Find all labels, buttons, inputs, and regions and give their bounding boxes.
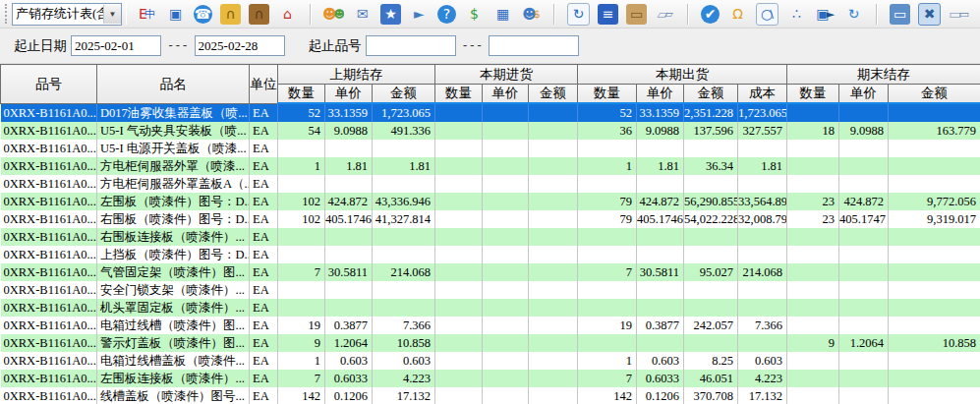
- cell-value: [325, 140, 373, 157]
- group-header-period-shipments[interactable]: 本期出货: [578, 65, 787, 85]
- table-body: 0XRX-B1161A0...D017油雾收集器盖板（喷...EA5233.13…: [1, 103, 980, 404]
- cell-value: 0.3877: [325, 317, 373, 334]
- cell-value: [373, 299, 435, 317]
- cell-value: [435, 122, 483, 140]
- users-icon[interactable]: ☻☻: [323, 4, 344, 25]
- ok-icon[interactable]: ✔: [701, 5, 720, 24]
- col-header-end-amount[interactable]: 金额: [889, 85, 980, 104]
- table-row[interactable]: 0XRX-B1161A0...电箱过线槽（喷漆件）图...EA190.38777…: [1, 317, 980, 334]
- table-row[interactable]: 0XRX-B1161A0...D017油雾收集器盖板（喷...EA5233.13…: [1, 103, 980, 122]
- cell-value: [373, 281, 435, 299]
- cell-value: [889, 175, 980, 193]
- col-header-code[interactable]: 品号: [1, 65, 97, 104]
- cell-value: [373, 246, 435, 263]
- cell-value: 2,351.228: [684, 103, 738, 122]
- col-header-end-qty[interactable]: 数量: [787, 85, 839, 104]
- cell-value: 405.1746: [325, 210, 373, 228]
- cascade-windows-icon[interactable]: ▭▭: [949, 4, 969, 25]
- sitemap-icon[interactable]: ∴: [786, 4, 807, 25]
- table-row[interactable]: 0XRX-B1161A0...左围板连接板（喷漆件）...EA70.60334.…: [1, 370, 980, 387]
- cell-value: 1: [578, 352, 637, 370]
- table-row[interactable]: 0XRX-B1161A0...安全门锁支架（喷漆件）...EA: [1, 281, 980, 299]
- table-row[interactable]: 0XRX-B1161A0...方电柜伺服器外罩盖板A（...EA: [1, 175, 980, 193]
- cell-value: [787, 157, 839, 175]
- table-row[interactable]: 0XRX-B1161A0...方电柜伺服器外罩（喷漆...EA11.811.81…: [1, 157, 980, 175]
- toolbar-grip[interactable]: [5, 4, 7, 24]
- cell-value: 370.708: [684, 387, 738, 404]
- user-dollar-icon[interactable]: ☻$: [521, 4, 542, 25]
- col-header-in-qty[interactable]: 数量: [435, 85, 483, 104]
- col-header-out-qty[interactable]: 数量: [578, 85, 637, 104]
- table-row[interactable]: 0XRX-B1161A0...U5-I 气动夹具安装板（喷...EA549.09…: [1, 122, 980, 140]
- chevron-down-icon[interactable]: ▼: [103, 5, 121, 24]
- col-header-name[interactable]: 品名: [97, 65, 250, 104]
- refresh-icon[interactable]: ↻: [843, 4, 864, 25]
- cell-code: 0XRX-B1161A0...: [1, 193, 97, 210]
- table-row[interactable]: 0XRX-B1161A0...电箱过线槽盖板（喷漆件...EA10.6030.6…: [1, 352, 980, 370]
- table-row[interactable]: 0XRX-B1161A0...气管固定架（喷漆件）图...EA730.58112…: [1, 263, 980, 281]
- report-type-select[interactable]: 产销存统计表(含 ▼: [12, 3, 122, 26]
- screen-cursor-icon[interactable]: ▣►: [815, 4, 836, 25]
- cell-value: 9.0988: [839, 122, 889, 140]
- table-row[interactable]: 0XRX-B1161A0...机头罩固定板（喷漆件）...EA: [1, 299, 980, 317]
- col-header-end-price[interactable]: 单价: [839, 85, 889, 104]
- cell-value: [435, 317, 483, 334]
- report-icon[interactable]: ≡: [598, 4, 618, 25]
- col-header-in-price[interactable]: 单价: [483, 85, 529, 104]
- cell-value: [787, 263, 839, 281]
- window-icon[interactable]: ▭: [890, 4, 910, 25]
- phone-icon[interactable]: ☎: [194, 5, 212, 24]
- cell-name: 方电柜伺服器外罩盖板A（...: [97, 175, 250, 193]
- item-from-input[interactable]: [366, 35, 456, 56]
- col-header-out-cost[interactable]: 成本: [738, 85, 787, 104]
- table-row[interactable]: 0XRX-B1161A0...右围板连接板（喷漆件）...EA: [1, 228, 980, 246]
- language-switch-icon[interactable]: E中: [137, 4, 157, 25]
- date-to-input[interactable]: [195, 35, 285, 56]
- help-icon[interactable]: ?: [437, 5, 456, 24]
- home-icon[interactable]: ⌂: [277, 4, 298, 25]
- col-header-unit[interactable]: 单位: [250, 65, 278, 104]
- close-icon[interactable]: ✖: [918, 3, 941, 26]
- copy-icon[interactable]: ▱▱: [655, 4, 675, 25]
- col-header-prev-price[interactable]: 单价: [325, 85, 373, 104]
- cell-value: 8.25: [684, 352, 738, 370]
- item-to-input[interactable]: [489, 35, 579, 56]
- cell-name: U5-I 气动夹具安装板（喷...: [97, 122, 250, 140]
- report-refresh-icon[interactable]: ↻: [567, 3, 590, 26]
- date-from-input[interactable]: [71, 35, 161, 56]
- cell-value: 214.068: [373, 263, 435, 281]
- table-row[interactable]: 0XRX-B1161A0...右围板（喷漆件）图号：D...EA102405.1…: [1, 210, 980, 228]
- cell-value: [889, 157, 980, 175]
- col-header-out-amount[interactable]: 金额: [684, 85, 738, 104]
- table-row[interactable]: 0XRX-B1161A0...U5-I 电源开关盖板（喷漆...EA: [1, 140, 980, 157]
- notebook-star-icon[interactable]: ★: [380, 4, 401, 25]
- group-header-prev-balance[interactable]: 上期结存: [278, 65, 435, 85]
- dollar-icon[interactable]: $: [464, 4, 485, 25]
- mail-icon[interactable]: ✉: [352, 4, 373, 25]
- cell-value: [787, 228, 839, 246]
- bell-icon[interactable]: Ω: [727, 4, 748, 25]
- cell-value: 424.872: [637, 193, 684, 210]
- col-header-prev-qty[interactable]: 数量: [278, 85, 325, 104]
- preview-icon[interactable]: ○\: [756, 3, 778, 26]
- archive-box-icon[interactable]: ▭: [626, 4, 647, 25]
- table-row[interactable]: 0XRX-B1161A0...警示灯盖板（喷漆件）图...EA91.206410…: [1, 334, 980, 352]
- col-header-prev-amount[interactable]: 金额: [373, 85, 435, 104]
- lock-key-icon[interactable]: ∩: [220, 4, 241, 25]
- table-row[interactable]: 0XRX-B1161A0...左围板（喷漆件）图号：D...EA102424.8…: [1, 193, 980, 210]
- col-header-in-amount[interactable]: 金额: [529, 85, 578, 104]
- briefcase-icon[interactable]: ∩: [249, 4, 269, 25]
- table-row[interactable]: 0XRX-B1161A0...上挡板（喷漆件）图号：D...EA: [1, 246, 980, 263]
- cell-value: [373, 140, 435, 157]
- group-header-period-purchases[interactable]: 本期进货: [435, 65, 578, 85]
- pushpin-icon[interactable]: ►: [409, 4, 430, 25]
- cell-unit: EA: [250, 334, 278, 352]
- table-row[interactable]: 0XRX-B1161A0...线槽盖板（喷漆件）图号...EA1420.1206…: [1, 387, 980, 404]
- computer-icon[interactable]: ▣: [165, 4, 186, 25]
- cell-name: 左围板（喷漆件）图号：D...: [97, 193, 250, 210]
- group-header-ending-balance[interactable]: 期末结存: [787, 65, 980, 85]
- cell-value: 9: [278, 334, 325, 352]
- cell-code: 0XRX-B1161A0...: [1, 352, 97, 370]
- cart-icon[interactable]: ▦: [492, 4, 513, 25]
- col-header-out-price[interactable]: 单价: [637, 85, 684, 104]
